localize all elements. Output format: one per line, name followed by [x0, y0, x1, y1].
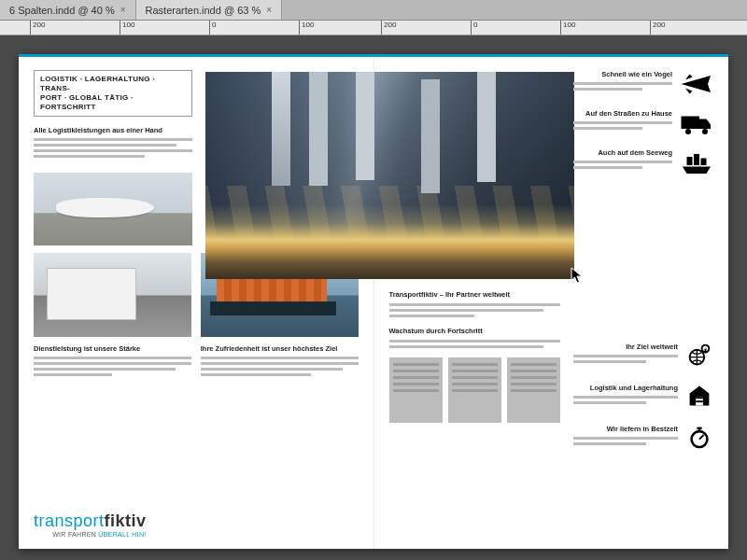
feature-item[interactable]: Logistik und Lagerhaltung: [573, 384, 713, 413]
svg-rect-8: [696, 397, 703, 399]
table-columns[interactable]: [389, 357, 561, 423]
feature-item[interactable]: Auf den Straßen zu Hause: [573, 109, 713, 139]
body-placeholder: [573, 121, 672, 130]
tab-0[interactable]: 6 Spalten.indd @ 40 % ×: [0, 0, 136, 20]
feature-title: Logistik und Lagerhaltung: [573, 384, 678, 392]
plane-icon: [680, 70, 713, 98]
body-placeholder: [389, 303, 561, 317]
feature-title: Ihr Ziel weltweit: [573, 343, 678, 351]
feature-list-bottom: Ihr Ziel weltweit Logistik und Lagerhalt…: [573, 343, 713, 455]
image-truck[interactable]: [34, 253, 191, 337]
ruler-tick: 0: [209, 21, 216, 35]
close-icon[interactable]: ×: [266, 5, 272, 15]
body-placeholder: [201, 357, 359, 376]
canvas[interactable]: LOGISTIK · LAGERHALTUNG · TRANS- PORT · …: [0, 35, 747, 560]
feature-item[interactable]: Ihr Ziel weltweit: [573, 343, 713, 372]
page-left[interactable]: LOGISTIK · LAGERHALTUNG · TRANS- PORT · …: [19, 57, 374, 549]
subhead[interactable]: Transportfiktiv – Ihr Partner weltweit: [389, 290, 561, 299]
stopwatch-icon: [685, 425, 713, 449]
close-icon[interactable]: ×: [120, 5, 126, 15]
feature-list-top: Schnell wie ein Vogel Auf den Straßen zu…: [573, 70, 713, 178]
body-placeholder: [34, 138, 192, 158]
ruler-tick: 100: [299, 21, 314, 35]
page-right[interactable]: Schnell wie ein Vogel Auf den Straßen zu…: [374, 57, 729, 549]
ruler-tick: 100: [120, 21, 134, 35]
feature-item[interactable]: Auch auf dem Seeweg: [573, 148, 713, 178]
svg-rect-3: [687, 157, 693, 165]
brand-word-2: fiktiv: [105, 511, 147, 530]
table-col: [448, 357, 501, 423]
svg-point-1: [685, 129, 691, 134]
brand-logo[interactable]: transportfiktiv WIR FAHREN ÜBERALL HIN!: [34, 511, 147, 538]
svg-point-2: [702, 129, 708, 134]
svg-rect-4: [694, 154, 699, 165]
feature-title: Auch auf dem Seeweg: [573, 148, 672, 157]
svg-rect-0: [682, 117, 700, 130]
body-placeholder: [573, 82, 672, 91]
table-col: [507, 357, 560, 423]
warehouse-icon: [685, 384, 713, 408]
feature-title: Wir liefern in Bestzeit: [573, 425, 678, 433]
document-spread[interactable]: LOGISTIK · LAGERHALTUNG · TRANS- PORT · …: [19, 54, 728, 549]
body-placeholder: [573, 355, 678, 363]
subhead[interactable]: Wachstum durch Fortschritt: [389, 327, 561, 335]
ruler-tick: 0: [471, 21, 477, 35]
feature-item[interactable]: Wir liefern in Bestzeit: [573, 425, 713, 455]
document-tabs: 6 Spalten.indd @ 40 % × Rasterarten.indd…: [0, 0, 747, 21]
brand-tagline-1: WIR FAHREN: [52, 531, 98, 538]
body-placeholder: [573, 396, 678, 404]
brand-tagline-2: ÜBERALL HIN!: [98, 531, 146, 538]
horizontal-ruler[interactable]: 200 100 0 100 200 0 100 200: [0, 21, 747, 35]
svg-rect-9: [696, 400, 703, 402]
body-placeholder: [34, 357, 191, 376]
tab-1[interactable]: Rasterarten.indd @ 63 % ×: [136, 0, 283, 20]
tab-label: Rasterarten.indd @ 63 %: [146, 5, 261, 16]
ruler-tick: 200: [650, 21, 665, 35]
table-col: [389, 357, 443, 423]
svg-rect-5: [701, 159, 707, 166]
mid-content: Transportfiktiv – Ihr Partner weltweit W…: [389, 290, 561, 423]
subhead[interactable]: Ihre Zufriedenheit ist unser höchstes Zi…: [201, 344, 359, 353]
body-placeholder: [573, 437, 678, 445]
svg-line-13: [699, 435, 704, 440]
tab-label: 6 Spalten.indd @ 40 %: [9, 5, 115, 16]
feature-item[interactable]: Schnell wie ein Vogel: [573, 70, 713, 100]
image-airplane[interactable]: [34, 173, 192, 245]
feature-title: Schnell wie ein Vogel: [573, 70, 672, 78]
ruler-tick: 100: [560, 21, 575, 35]
feature-title: Auf den Straßen zu Hause: [573, 109, 672, 118]
ruler-tick: 200: [381, 21, 396, 35]
body-placeholder: [389, 340, 561, 348]
svg-rect-11: [697, 427, 701, 430]
headline-box[interactable]: LOGISTIK · LAGERHALTUNG · TRANS- PORT · …: [34, 70, 192, 117]
body-placeholder: [573, 161, 672, 169]
ship-icon: [680, 148, 713, 176]
truck-icon: [680, 109, 713, 137]
subhead[interactable]: Dienstleistung ist unsere Stärke: [34, 344, 191, 353]
brand-word-1: transport: [34, 511, 105, 530]
globe-pin-icon: [685, 343, 713, 367]
ruler-tick: 200: [30, 21, 45, 35]
